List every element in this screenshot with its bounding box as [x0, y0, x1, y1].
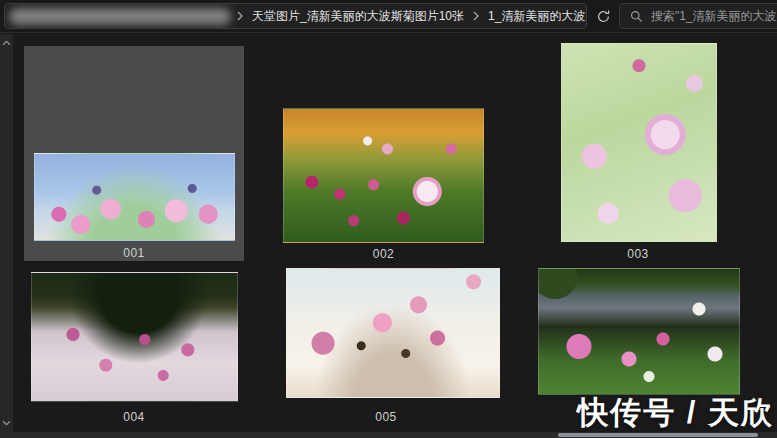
- redacted-path-segment: [9, 8, 231, 25]
- watermark-text: 快传号 / 天欣: [577, 392, 774, 434]
- gallery-item-002[interactable]: 002: [276, 46, 491, 261]
- search-placeholder: 搜索"1_清新美丽的大波斯菊: [651, 8, 777, 25]
- file-label-002: 002: [276, 247, 491, 261]
- breadcrumb-folder-1[interactable]: 天堂图片_清新美丽的大波斯菊图片10张: [249, 8, 467, 25]
- file-label-004: 004: [24, 410, 244, 424]
- thumbnail-image-001[interactable]: [34, 153, 235, 241]
- breadcrumb-folder-2[interactable]: 1_清新美丽的大波斯菊图片10张: [485, 8, 587, 25]
- chevron-down-icon[interactable]: [0, 416, 13, 430]
- search-input[interactable]: 搜索"1_清新美丽的大波斯菊: [619, 3, 777, 29]
- chevron-right-icon: [467, 11, 485, 21]
- file-label-001: 001: [24, 246, 244, 260]
- file-label-005: 005: [276, 410, 496, 424]
- thumbnail-image-004[interactable]: [31, 272, 238, 402]
- toolbar: 天堂图片_清新美丽的大波斯菊图片10张 1_清新美丽的大波斯菊图片10张 搜索"…: [0, 0, 777, 33]
- gallery-item-001-selected[interactable]: 001: [24, 46, 244, 261]
- file-label-003: 003: [528, 247, 748, 261]
- chevron-right-icon: [231, 11, 249, 21]
- left-pane-scrollbar[interactable]: [0, 34, 13, 438]
- thumbnail-image-006[interactable]: [538, 268, 740, 395]
- gallery-item-005[interactable]: 005: [276, 268, 496, 430]
- search-icon: [630, 10, 643, 23]
- gallery-item-003[interactable]: 003: [528, 46, 748, 261]
- thumbnail-image-003[interactable]: [561, 43, 717, 242]
- address-bar[interactable]: 天堂图片_清新美丽的大波斯菊图片10张 1_清新美丽的大波斯菊图片10张: [4, 3, 587, 29]
- gallery-item-004[interactable]: 004: [24, 268, 244, 430]
- thumbnail-image-005[interactable]: [286, 268, 500, 398]
- refresh-icon: [596, 9, 611, 24]
- chevron-up-icon[interactable]: [0, 36, 13, 50]
- refresh-button[interactable]: [590, 3, 616, 29]
- thumbnail-image-002[interactable]: [283, 108, 484, 243]
